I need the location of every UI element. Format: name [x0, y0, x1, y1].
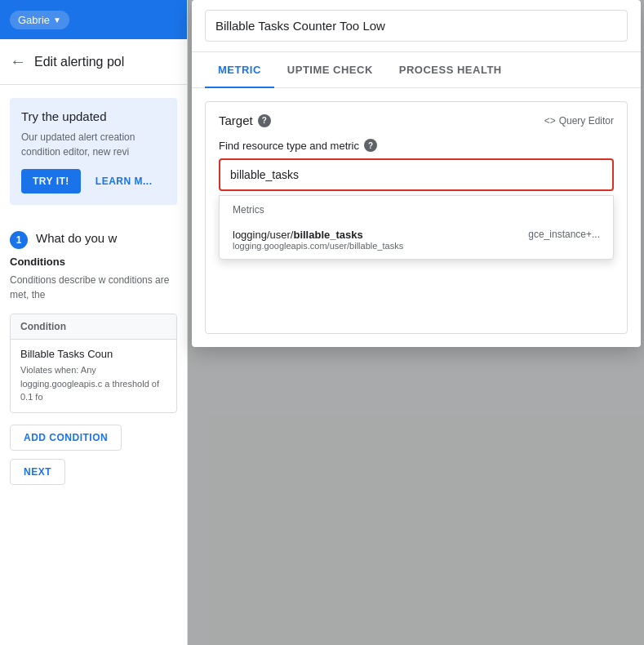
tab-uptime-check[interactable]: UPTIME CHECK — [274, 52, 386, 87]
modal-title-bar — [192, 0, 641, 52]
back-arrow-icon[interactable]: ← — [10, 52, 26, 71]
dropdown-metric-path: logging/user/billable_tasks — [233, 229, 403, 241]
tab-process-health[interactable]: PROCESS HEALTH — [386, 52, 515, 87]
promo-box: Try the updated Our updated alert creati… — [10, 98, 177, 205]
target-help-icon[interactable]: ? — [258, 114, 271, 127]
conditions-desc: Conditions describe w conditions are met… — [10, 273, 177, 302]
query-editor-label: Query Editor — [559, 115, 614, 127]
query-editor-link[interactable]: <> Query Editor — [544, 115, 614, 127]
promo-buttons: TRY IT! LEARN M... — [21, 169, 166, 194]
promo-text: Our updated alert creation condition edi… — [21, 130, 166, 159]
page-title: Edit alerting pol — [34, 55, 124, 69]
find-resource-label: Find resource type and metric ? — [219, 139, 614, 152]
metric-search-input[interactable] — [219, 158, 614, 191]
add-condition-button[interactable]: ADD CONDITION — [10, 425, 122, 451]
user-chip[interactable]: Gabrie ▼ — [10, 11, 69, 29]
try-it-button[interactable]: TRY IT! — [21, 169, 81, 194]
condition-row[interactable]: Billable Tasks Coun Violates when: Any l… — [11, 340, 176, 412]
dropdown-item-billable-tasks[interactable]: logging/user/billable_tasks logging.goog… — [220, 220, 613, 259]
find-resource-help-icon[interactable]: ? — [364, 139, 377, 152]
modal-dialog: METRIC UPTIME CHECK PROCESS HEALTH Targe… — [192, 0, 641, 347]
condition-table: Condition Billable Tasks Coun Violates w… — [10, 314, 177, 413]
condition-table-header: Condition — [11, 314, 176, 340]
left-panel: Gabrie ▼ ← Edit alerting pol Try the upd… — [0, 0, 188, 645]
page-header: ← Edit alerting pol — [0, 39, 187, 85]
step-header: 1 What do you w — [10, 231, 177, 249]
user-label: Gabrie — [18, 14, 50, 26]
condition-name: Billable Tasks Coun — [20, 348, 167, 360]
target-title: Target ? — [219, 113, 271, 127]
tab-metric[interactable]: METRIC — [205, 52, 274, 87]
dropdown-metric-url: logging.googleapis.com/user/billable_tas… — [233, 241, 403, 251]
dropdown-resource-type: gce_instance+... — [528, 229, 600, 240]
target-header: Target ? <> Query Editor — [219, 113, 614, 127]
search-input-wrapper: Metrics logging/user/billable_tasks logg… — [219, 158, 614, 191]
dropdown-section-label: Metrics — [220, 196, 613, 220]
step-number: 1 — [10, 231, 28, 249]
next-button[interactable]: NEXT — [10, 459, 65, 485]
dropdown-item-content: logging/user/billable_tasks logging.goog… — [233, 229, 403, 251]
chevron-down-icon: ▼ — [53, 16, 61, 24]
alert-title-input[interactable] — [205, 10, 628, 42]
promo-title: Try the updated — [21, 109, 166, 123]
learn-more-button[interactable]: LEARN M... — [87, 169, 161, 194]
target-box: Target ? <> Query Editor Find resource t… — [205, 101, 628, 334]
query-editor-icon: <> — [544, 115, 556, 127]
modal-tabs: METRIC UPTIME CHECK PROCESS HEALTH — [192, 52, 641, 88]
conditions-label: Conditions — [10, 256, 177, 268]
metric-dropdown: Metrics logging/user/billable_tasks logg… — [219, 195, 614, 260]
modal-body: Target ? <> Query Editor Find resource t… — [192, 88, 641, 347]
condition-detail: Violates when: Any logging.googleapis.c … — [20, 363, 167, 404]
step-section: 1 What do you w Conditions Conditions de… — [0, 218, 187, 498]
step-title: What do you w — [36, 231, 117, 245]
top-bar: Gabrie ▼ — [0, 0, 187, 39]
